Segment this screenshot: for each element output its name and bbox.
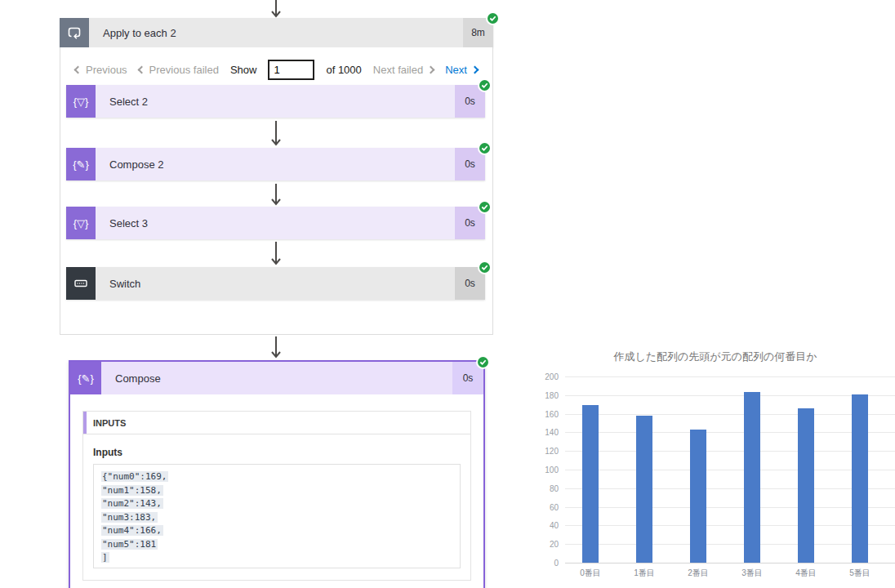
gridline <box>565 544 895 545</box>
success-badge-icon <box>478 261 492 274</box>
previous-button[interactable]: Previous <box>75 64 127 76</box>
y-axis-tick-label: 100 <box>536 466 559 474</box>
y-axis-tick-label: 140 <box>536 428 559 437</box>
bar-chart: 作成した配列の先頭が元の配列の何番目か 02040608010012014016… <box>536 343 895 588</box>
compose-icon: {✎} <box>70 362 101 394</box>
select-icon: {▽} <box>66 85 96 118</box>
code-line: "num5":181 <box>101 538 452 552</box>
action-card-select-2[interactable]: {▽} Select 2 0s <box>66 85 485 118</box>
action-title: Select 2 <box>96 85 455 118</box>
code-line: "num2":143, <box>101 497 452 511</box>
apply-to-each-loop-icon <box>60 18 89 47</box>
x-axis-tick-label: 2番目 <box>680 568 716 579</box>
compose-card-header[interactable]: {✎} Compose 0s <box>70 362 483 394</box>
show-label: Show <box>230 64 257 76</box>
x-axis-tick-label: 4番目 <box>788 568 824 579</box>
inputs-header-label: INPUTS <box>93 418 126 428</box>
chevron-left-icon <box>137 65 145 74</box>
connector-arrow <box>269 242 283 265</box>
x-axis-tick-label: 3番目 <box>734 568 770 579</box>
x-axis-tick-label: 0番目 <box>572 568 608 579</box>
chart-bar <box>852 394 868 563</box>
action-card-select-3[interactable]: {▽} Select 3 0s <box>66 207 485 239</box>
y-axis-tick-label: 180 <box>536 391 559 400</box>
of-total-label: of 1000 <box>326 64 361 76</box>
iteration-pagination: Previous Previous failed Show of 1000 Ne… <box>60 57 493 82</box>
connector-arrow <box>269 336 283 359</box>
gridline <box>565 488 895 489</box>
gridline <box>565 414 895 415</box>
action-card-switch[interactable]: Switch 0s <box>66 267 485 300</box>
chart-bar <box>636 416 652 563</box>
success-badge-icon <box>476 355 490 369</box>
next-failed-label: Next failed <box>373 64 423 76</box>
gridline <box>565 525 895 526</box>
gridline <box>565 563 895 564</box>
success-badge-icon <box>486 11 500 25</box>
gridline <box>565 376 895 377</box>
y-axis-tick-label: 40 <box>536 521 559 530</box>
x-axis-tick-label: 5番目 <box>842 568 878 579</box>
chart-title: 作成した配列の先頭が元の配列の何番目か <box>536 350 895 364</box>
gridline <box>565 507 895 508</box>
connector-arrow <box>269 184 283 206</box>
code-line: {"num0":169, <box>101 470 452 484</box>
chart-bar <box>798 408 814 563</box>
success-badge-icon <box>478 78 492 92</box>
inputs-code-box: {"num0":169, "num1":158, "num2":143, "nu… <box>93 464 461 568</box>
chevron-right-icon <box>427 65 435 74</box>
inputs-accent-bar <box>83 412 87 434</box>
action-title: Compose 2 <box>96 148 455 180</box>
next-failed-button[interactable]: Next failed <box>373 64 434 76</box>
chart-bar <box>690 430 706 563</box>
gridline <box>565 470 895 470</box>
apply-to-each-card[interactable]: Apply to each 2 8m <box>60 18 493 47</box>
switch-icon <box>66 267 96 300</box>
gridline <box>565 451 895 452</box>
y-axis-tick-label: 200 <box>536 372 559 381</box>
previous-failed-label: Previous failed <box>149 64 219 76</box>
inputs-section-header: INPUTS <box>82 411 471 434</box>
action-title: Select 3 <box>96 207 455 239</box>
action-card-compose-2[interactable]: {✎} Compose 2 0s <box>66 148 485 180</box>
connector-arrow-top <box>269 0 283 18</box>
inputs-label: Inputs <box>83 434 470 464</box>
y-axis-tick-label: 160 <box>536 410 559 419</box>
y-axis-tick-label: 120 <box>536 447 559 456</box>
code-line: "num4":166, <box>101 524 452 538</box>
code-line: ] <box>101 551 452 565</box>
x-axis-tick-label: 1番目 <box>626 568 662 579</box>
success-badge-icon <box>478 200 492 214</box>
chevron-right-icon <box>471 65 479 74</box>
gridline <box>565 395 895 396</box>
apply-to-each-title: Apply to each 2 <box>89 18 463 47</box>
y-axis-tick-label: 60 <box>536 503 559 512</box>
code-line: "num1":158, <box>101 484 452 498</box>
compose-icon: {✎} <box>66 148 96 180</box>
next-label: Next <box>445 64 467 76</box>
next-button[interactable]: Next <box>445 64 478 76</box>
chart-bar <box>744 392 760 563</box>
code-line: "num3:183, <box>101 511 452 525</box>
y-axis-tick-label: 20 <box>536 540 559 549</box>
iteration-number-input[interactable] <box>268 60 314 80</box>
y-axis-tick-label: 80 <box>536 484 559 493</box>
gridline <box>565 432 895 433</box>
previous-label: Previous <box>86 64 127 76</box>
y-axis-tick-label: 0 <box>536 559 559 568</box>
compose-title: Compose <box>101 362 452 394</box>
action-title: Switch <box>96 267 455 300</box>
inputs-section-body: Inputs {"num0":169, "num1":158, "num2":1… <box>82 434 471 581</box>
compose-card-expanded[interactable]: {✎} Compose 0s INPUTS Inputs {"num0":169… <box>69 360 485 588</box>
success-badge-icon <box>478 141 492 155</box>
compose-card-body: INPUTS Inputs {"num0":169, "num1":158, "… <box>70 394 483 581</box>
chart-bar <box>582 405 599 563</box>
connector-arrow <box>269 121 283 146</box>
select-icon: {▽} <box>66 207 96 239</box>
chevron-left-icon <box>74 65 82 74</box>
previous-failed-button[interactable]: Previous failed <box>139 64 219 76</box>
